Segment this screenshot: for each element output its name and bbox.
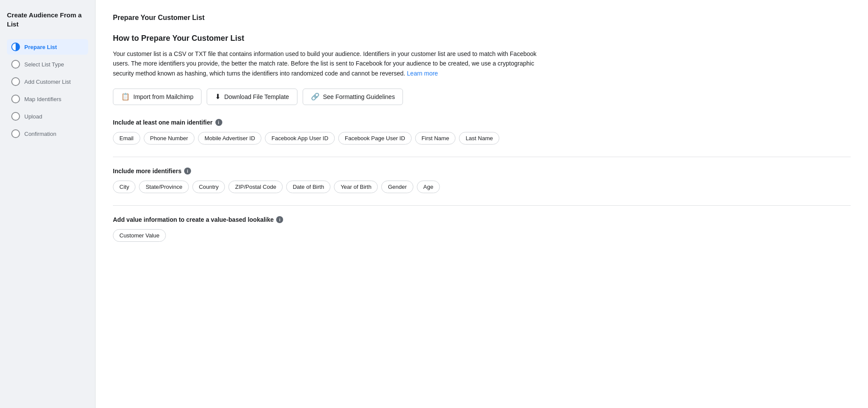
- identifier-tag: ZIP/Postal Code: [228, 181, 283, 193]
- identifier-tag: Facebook Page User ID: [338, 132, 412, 145]
- main-identifiers-title: Include at least one main identifier i: [113, 119, 851, 126]
- value-identifier-tags: Customer Value: [113, 229, 851, 242]
- identifier-tag: Email: [113, 132, 140, 145]
- sidebar-title: Create Audience From a List: [7, 10, 88, 29]
- identifier-tag: Gender: [381, 181, 413, 193]
- sidebar-item-prepare-list[interactable]: Prepare List: [7, 39, 88, 55]
- more-identifiers-info-icon[interactable]: i: [184, 168, 191, 174]
- identifier-tag: City: [113, 181, 135, 193]
- sidebar-item-add-customer-list[interactable]: Add Customer List: [7, 74, 88, 89]
- main-identifiers-title-text: Include at least one main identifier: [113, 119, 213, 126]
- main-identifiers-info-icon[interactable]: i: [215, 119, 222, 126]
- download-template-label: Download File Template: [224, 93, 289, 100]
- identifier-tag: First Name: [415, 132, 456, 145]
- main-identifier-tags: EmailPhone NumberMobile Advertiser IDFac…: [113, 132, 851, 145]
- identifier-tag: Country: [192, 181, 225, 193]
- divider-2: [113, 205, 851, 206]
- download-template-button[interactable]: ⬇ Download File Template: [207, 89, 297, 105]
- identifier-tag: Age: [417, 181, 440, 193]
- identifier-tag: State/Province: [139, 181, 189, 193]
- more-identifier-tags: CityState/ProvinceCountryZIP/Postal Code…: [113, 181, 851, 193]
- identifier-tag: Year of Birth: [334, 181, 378, 193]
- sidebar-step-label-add-customer-list: Add Customer List: [24, 79, 71, 85]
- step-circle-upload: [11, 112, 20, 121]
- sidebar-step-label-upload: Upload: [24, 113, 42, 120]
- value-identifiers-title-text: Add value information to create a value-…: [113, 216, 274, 223]
- step-circle-map-identifiers: [11, 95, 20, 103]
- more-identifiers-section: Include more identifiers i CityState/Pro…: [113, 168, 851, 193]
- sidebar: Create Audience From a List Prepare List…: [0, 0, 96, 408]
- divider-1: [113, 157, 851, 157]
- identifier-tag: Facebook App User ID: [265, 132, 335, 145]
- description-text: Your customer list is a CSV or TXT file …: [113, 49, 538, 78]
- sidebar-steps: Prepare List Select List Type Add Custom…: [7, 39, 88, 141]
- sidebar-step-label-confirmation: Confirmation: [24, 131, 56, 137]
- description-body: Your customer list is a CSV or TXT file …: [113, 50, 537, 77]
- section-title: How to Prepare Your Customer List: [113, 34, 851, 43]
- sidebar-step-label-map-identifiers: Map Identifiers: [24, 96, 61, 102]
- action-buttons: 📋 Import from Mailchimp ⬇ Download File …: [113, 89, 851, 105]
- identifier-tag: Last Name: [459, 132, 499, 145]
- value-identifiers-section: Add value information to create a value-…: [113, 216, 851, 242]
- link-icon: 🔗: [311, 93, 320, 100]
- identifier-tag: Date of Birth: [286, 181, 330, 193]
- import-icon: 📋: [121, 93, 130, 100]
- main-content: Prepare Your Customer List How to Prepar…: [96, 0, 868, 408]
- see-formatting-button[interactable]: 🔗 See Formatting Guidelines: [303, 89, 403, 105]
- identifier-tag: Customer Value: [113, 229, 166, 242]
- see-formatting-label: See Formatting Guidelines: [323, 93, 395, 100]
- identifier-tag: Phone Number: [144, 132, 195, 145]
- identifier-tag: Mobile Advertiser ID: [198, 132, 261, 145]
- sidebar-item-select-list-type[interactable]: Select List Type: [7, 56, 88, 72]
- import-mailchimp-button[interactable]: 📋 Import from Mailchimp: [113, 89, 201, 105]
- step-circle-add-customer-list: [11, 77, 20, 86]
- sidebar-item-upload[interactable]: Upload: [7, 109, 88, 124]
- page-title: Prepare Your Customer List: [113, 14, 851, 22]
- more-identifiers-title: Include more identifiers i: [113, 168, 851, 174]
- half-circle-icon: [11, 43, 20, 51]
- sidebar-item-confirmation[interactable]: Confirmation: [7, 126, 88, 141]
- main-identifiers-section: Include at least one main identifier i E…: [113, 119, 851, 145]
- sidebar-step-label-select-list-type: Select List Type: [24, 61, 64, 68]
- sidebar-item-map-identifiers[interactable]: Map Identifiers: [7, 91, 88, 107]
- download-icon: ⬇: [215, 93, 221, 100]
- step-circle-confirmation: [11, 129, 20, 138]
- value-identifiers-info-icon[interactable]: i: [276, 216, 283, 223]
- step-circle-select-list-type: [11, 60, 20, 69]
- value-identifiers-title: Add value information to create a value-…: [113, 216, 851, 223]
- more-identifiers-title-text: Include more identifiers: [113, 168, 182, 174]
- sidebar-step-label-prepare-list: Prepare List: [24, 44, 57, 50]
- import-mailchimp-label: Import from Mailchimp: [133, 93, 193, 100]
- learn-more-link[interactable]: Learn more: [407, 70, 438, 77]
